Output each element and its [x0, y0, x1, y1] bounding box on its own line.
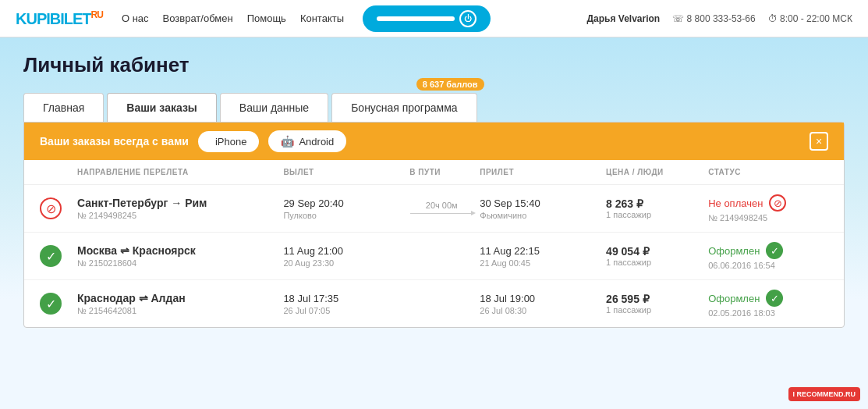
depart-cell: 18 Jul 17:35 26 Jul 07:05	[283, 293, 403, 315]
nav-contacts[interactable]: Контакты	[300, 12, 344, 24]
tab-orders[interactable]: Ваши заказы	[107, 93, 217, 122]
confirmed-icon: ✓	[40, 245, 62, 267]
app-banner: Ваши заказы всегда с вами iPhone 🤖 Andro…	[24, 123, 844, 160]
status-cell: Оформлен ✓ 02.05.2016 18:03	[708, 290, 828, 318]
phone-info: ☏ 8 800 333-53-66	[672, 13, 755, 24]
status-confirmed-icon: ✓	[766, 242, 783, 259]
depart-cell: 11 Aug 21:00 20 Aug 23:30	[283, 245, 403, 268]
android-button[interactable]: 🤖 Android	[268, 130, 346, 152]
col-status: СТАТУС	[708, 168, 828, 176]
depart-cell: 29 Sep 20:40 Пулково	[283, 197, 403, 220]
col-travel: В ПУТИ	[409, 168, 473, 176]
travel-cell: 20ч 00м	[409, 201, 473, 217]
status-icon-cell: ⊘	[40, 197, 71, 219]
search-field[interactable]	[377, 16, 455, 21]
banner-close-button[interactable]: ×	[810, 132, 828, 151]
header-right: Дарья Velvarion ☏ 8 800 333-53-66 ⏱ 8:00…	[587, 13, 852, 24]
arrive-cell: 11 Aug 22:15 21 Aug 00:45	[480, 245, 600, 268]
price-cell: 8 263 ₽ 1 пассажир	[606, 197, 702, 219]
table-row[interactable]: ⊘ Санкт-Петербург → Рим № 2149498245 29 …	[24, 185, 844, 233]
nav-help[interactable]: Помощь	[247, 12, 286, 24]
col-route: НАПРАВЛЕНИЕ ПЕРЕЛЕТА	[77, 168, 277, 176]
price-cell: 49 054 ₽ 1 пассажир	[606, 245, 702, 267]
col-depart: ВЫЛЕТ	[283, 168, 403, 176]
logo[interactable]: KUPIBILETRU	[16, 9, 103, 28]
status-cell: Оформлен ✓ 06.06.2016 16:54	[708, 242, 828, 270]
nav-return[interactable]: Возврат/обмен	[163, 12, 233, 24]
android-icon: 🤖	[281, 135, 294, 148]
tab-bonus[interactable]: 8 637 баллов Бонусная программа	[331, 93, 477, 122]
route-cell: Санкт-Петербург → Рим № 2149498245	[77, 197, 277, 220]
banner-text: Ваши заказы всегда с вами	[40, 135, 189, 148]
route-name: Москва ⇌ Красноярск	[77, 244, 277, 257]
header: KUPIBILETRU О нас Возврат/обмен Помощь К…	[0, 0, 868, 37]
price-cell: 26 595 ₽ 1 пассажир	[606, 293, 702, 315]
arrive-cell: 18 Jul 19:00 26 Jul 08:30	[480, 293, 600, 315]
nav-about[interactable]: О нас	[122, 12, 149, 24]
bonus-points-badge: 8 637 баллов	[416, 78, 484, 91]
travel-line	[410, 213, 473, 214]
col-price: ЦЕНА / ЛЮДИ	[606, 168, 702, 176]
route-name: Санкт-Петербург → Рим	[77, 197, 277, 209]
iphone-button[interactable]: iPhone	[198, 131, 259, 152]
tab-data[interactable]: Ваши данные	[220, 93, 328, 122]
logo-sup: RU	[91, 9, 103, 20]
table-row[interactable]: ✓ Москва ⇌ Красноярск № 2150218604 11 Au…	[24, 233, 844, 280]
route-cell: Краснодар ⇌ Алдан № 2154642081	[77, 292, 277, 315]
tab-home[interactable]: Главная	[23, 93, 104, 122]
recommend-badge: I RECOMMEND.RU	[788, 387, 861, 401]
order-number: № 2154642081	[77, 306, 277, 315]
table-headers: НАПРАВЛЕНИЕ ПЕРЕЛЕТА ВЫЛЕТ В ПУТИ ПРИЛЕТ…	[24, 160, 844, 185]
table-row[interactable]: ✓ Краснодар ⇌ Алдан № 2154642081 18 Jul …	[24, 280, 844, 327]
status-cell: Не оплачен ⊘ № 2149498245	[708, 194, 828, 222]
cancelled-icon: ⊘	[40, 197, 62, 219]
order-number: № 2150218604	[77, 258, 277, 268]
status-confirmed-icon: ✓	[766, 290, 783, 307]
page-title: Личный кабинет	[23, 53, 845, 77]
confirmed-icon: ✓	[40, 293, 62, 315]
col-status-icon	[40, 168, 71, 176]
content-area: Ваши заказы всегда с вами iPhone 🤖 Andro…	[23, 122, 845, 328]
user-name: Дарья Velvarion	[587, 13, 661, 24]
route-cell: Москва ⇌ Красноярск № 2150218604	[77, 244, 277, 268]
status-icon-cell: ✓	[40, 293, 71, 315]
status-cancelled-icon: ⊘	[769, 194, 786, 212]
tabs: Главная Ваши заказы Ваши данные 8 637 ба…	[23, 93, 845, 122]
time-info: ⏱ 8:00 - 22:00 МСК	[768, 13, 852, 24]
power-icon[interactable]: ⏻	[459, 10, 477, 27]
nav: О нас Возврат/обмен Помощь Контакты	[122, 12, 344, 24]
page-background: Личный кабинет Главная Ваши заказы Ваши …	[0, 37, 868, 409]
status-icon-cell: ✓	[40, 245, 71, 267]
order-number: № 2149498245	[77, 211, 277, 220]
col-arrive: ПРИЛЕТ	[480, 168, 600, 176]
route-name: Краснодар ⇌ Алдан	[77, 292, 277, 304]
search-button[interactable]: ⏻	[363, 5, 491, 32]
arrive-cell: 30 Sep 15:40 Фьюмичино	[480, 197, 600, 220]
